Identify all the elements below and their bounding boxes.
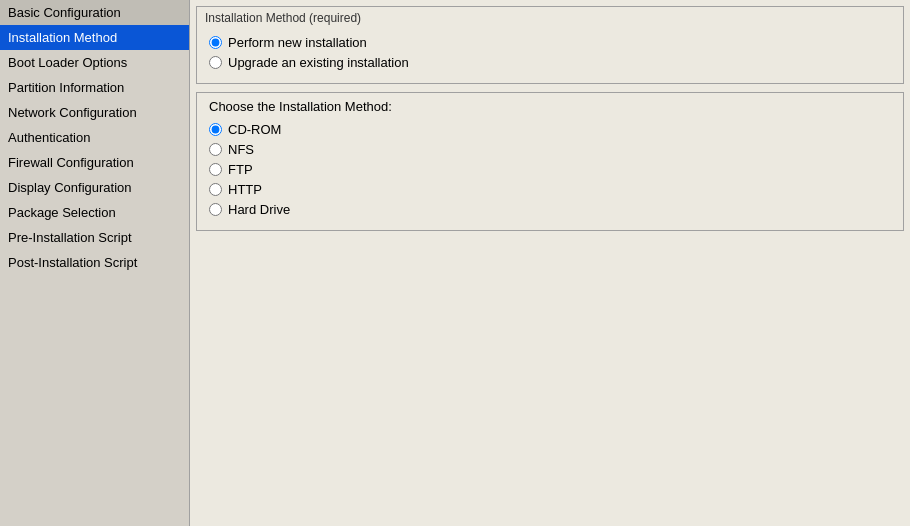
choose-method-section: Choose the Installation Method: CD-ROMNF…	[196, 92, 904, 231]
sidebar-item-authentication[interactable]: Authentication	[0, 125, 189, 150]
sidebar-item-partition-information[interactable]: Partition Information	[0, 75, 189, 100]
radio-row-meth-http: HTTP	[209, 182, 891, 197]
radio-meth-http[interactable]	[209, 183, 222, 196]
label-opt-new[interactable]: Perform new installation	[228, 35, 367, 50]
sidebar-item-package-selection[interactable]: Package Selection	[0, 200, 189, 225]
radio-meth-nfs[interactable]	[209, 143, 222, 156]
sidebar-item-pre-installation-script[interactable]: Pre-Installation Script	[0, 225, 189, 250]
sidebar-item-display-configuration[interactable]: Display Configuration	[0, 175, 189, 200]
label-opt-upgrade[interactable]: Upgrade an existing installation	[228, 55, 409, 70]
label-meth-cdrom[interactable]: CD-ROM	[228, 122, 281, 137]
radio-opt-new[interactable]	[209, 36, 222, 49]
section2-content: Choose the Installation Method: CD-ROMNF…	[197, 93, 903, 230]
radio-row-opt-upgrade: Upgrade an existing installation	[209, 55, 891, 70]
sidebar-item-firewall-configuration[interactable]: Firewall Configuration	[0, 150, 189, 175]
sidebar-item-post-installation-script[interactable]: Post-Installation Script	[0, 250, 189, 275]
radio-meth-harddrive[interactable]	[209, 203, 222, 216]
sidebar-item-basic-configuration[interactable]: Basic Configuration	[0, 0, 189, 25]
label-meth-ftp[interactable]: FTP	[228, 162, 253, 177]
sidebar-item-boot-loader-options[interactable]: Boot Loader Options	[0, 50, 189, 75]
radio-meth-cdrom[interactable]	[209, 123, 222, 136]
label-meth-http[interactable]: HTTP	[228, 182, 262, 197]
sidebar-item-network-configuration[interactable]: Network Configuration	[0, 100, 189, 125]
radio-row-meth-nfs: NFS	[209, 142, 891, 157]
radio-row-meth-harddrive: Hard Drive	[209, 202, 891, 217]
section2-title: Choose the Installation Method:	[209, 99, 891, 114]
label-meth-harddrive[interactable]: Hard Drive	[228, 202, 290, 217]
radio-row-meth-cdrom: CD-ROM	[209, 122, 891, 137]
sidebar-item-installation-method[interactable]: Installation Method	[0, 25, 189, 50]
section1-content: Perform new installationUpgrade an exist…	[197, 29, 903, 83]
radio-row-meth-ftp: FTP	[209, 162, 891, 177]
installation-method-section: Installation Method (required) Perform n…	[196, 6, 904, 84]
main-content: Installation Method (required) Perform n…	[190, 0, 910, 526]
radio-row-opt-new: Perform new installation	[209, 35, 891, 50]
radio-opt-upgrade[interactable]	[209, 56, 222, 69]
sidebar: Basic ConfigurationInstallation MethodBo…	[0, 0, 190, 526]
radio-meth-ftp[interactable]	[209, 163, 222, 176]
section1-title: Installation Method (required)	[197, 7, 903, 29]
label-meth-nfs[interactable]: NFS	[228, 142, 254, 157]
